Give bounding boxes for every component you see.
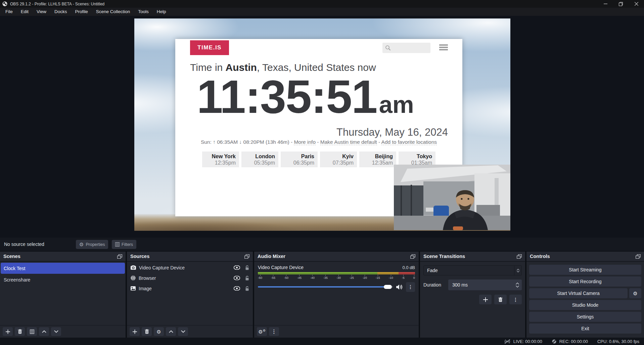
preview-area[interactable]: TIME.IS Time in Austin, Texas, United St…	[0, 16, 644, 238]
popout-icon[interactable]	[636, 254, 641, 259]
mixer-menu-button[interactable]: ⋮	[269, 327, 279, 336]
source-context-bar: No source selected ⚙ Properties Filters	[0, 238, 644, 251]
settings-button[interactable]: Settings	[529, 312, 641, 322]
start-recording-button[interactable]: Start Recording	[529, 276, 641, 287]
popout-icon[interactable]	[244, 254, 249, 259]
add-scene-button[interactable]	[3, 327, 13, 336]
menu-item[interactable]: Docks	[50, 8, 71, 16]
move-source-down-button[interactable]	[178, 327, 188, 336]
separator: -	[289, 139, 294, 145]
source-item[interactable]: Video Capture Device	[127, 262, 253, 273]
scene-transitions-body: Fade Duration 300 ms	[420, 262, 525, 338]
menu-item[interactable]: File	[1, 8, 17, 16]
volume-slider[interactable]	[258, 286, 393, 288]
channel-menu-button[interactable]: ⋮	[406, 282, 415, 292]
exit-button[interactable]: Exit	[529, 324, 641, 334]
plus-icon	[483, 297, 488, 302]
timeis-search-box	[382, 43, 430, 53]
audio-mixer-title: Audio Mixer	[258, 254, 285, 259]
combo-arrows[interactable]	[514, 266, 521, 275]
menu-item[interactable]: Tools	[134, 8, 153, 16]
chevron-up-icon	[516, 283, 519, 285]
city-time: 05:35pm	[241, 160, 275, 166]
start-virtual-camera-button[interactable]: Start Virtual Camera	[529, 288, 628, 298]
separator: -	[316, 139, 320, 145]
cpu-fps-status: CPU: 0.6%, 30.00 fps	[597, 339, 639, 344]
visibility-eye-icon[interactable]	[234, 286, 240, 291]
move-scene-up-button[interactable]	[39, 327, 49, 336]
studio-mode-button[interactable]: Studio Mode	[529, 300, 641, 310]
timeis-logo: TIME.IS	[190, 40, 229, 55]
audio-mixer-body: Video Capture Device 0.0 dB -60-55-50-45…	[254, 262, 419, 325]
meter-tick-label: -60	[258, 275, 262, 279]
source-label: Video Capture Device	[139, 265, 185, 270]
webcam-video-source	[394, 165, 510, 230]
visibility-eye-icon[interactable]	[234, 276, 240, 280]
scene-transitions-title: Scene Transitions	[423, 254, 465, 259]
volume-slider-fill	[258, 286, 388, 288]
source-item[interactable]: Browser	[127, 273, 253, 283]
program-canvas[interactable]: TIME.IS Time in Austin, Texas, United St…	[134, 18, 510, 231]
add-source-button[interactable]	[130, 327, 140, 336]
duration-arrows[interactable]	[516, 279, 519, 290]
city-time: 06:35pm	[281, 160, 314, 166]
scenes-panel: Scenes Clock Test Screenshare	[0, 252, 126, 338]
menu-bar: FileEditViewDocksProfileScene Collection…	[0, 8, 644, 16]
add-transition-button[interactable]	[479, 295, 492, 304]
menu-item[interactable]: Profile	[71, 8, 92, 16]
duration-spinbox[interactable]: 300 ms	[448, 279, 522, 290]
start-streaming-button[interactable]: Start Streaming	[529, 265, 641, 275]
remove-source-button[interactable]	[142, 327, 152, 336]
popout-icon[interactable]	[410, 254, 415, 259]
menu-item[interactable]: Edit	[17, 8, 33, 16]
move-scene-down-button[interactable]	[51, 327, 61, 336]
obs-main-window: OBS 29.1.2 - Profile: LLHLS BETA - Scene…	[0, 0, 644, 345]
virtual-camera-settings-button[interactable]: ⚙	[629, 288, 641, 298]
sun-times: Sun: ↑ 06:35AM ↓ 08:20PM (13h 46m)	[201, 139, 289, 145]
filters-button[interactable]: Filters	[112, 240, 136, 249]
visibility-eye-icon[interactable]	[234, 265, 240, 270]
advanced-audio-button[interactable]: ⚙⚙	[257, 327, 267, 336]
duration-label: Duration	[423, 282, 448, 288]
menu-item[interactable]: Scene Collection	[92, 8, 134, 16]
meter-tick-label: -45	[297, 275, 302, 279]
city-tile: Paris 06:35pm	[281, 152, 318, 167]
volume-slider-handle[interactable]	[384, 285, 392, 289]
transition-select[interactable]: Fade	[423, 265, 522, 275]
scene-item[interactable]: Screenshare	[1, 274, 125, 285]
gear-icon: ⚙	[156, 329, 161, 334]
source-item[interactable]: Image	[127, 283, 253, 294]
properties-button[interactable]: ⚙ Properties	[76, 240, 108, 249]
chevron-down-icon	[517, 271, 519, 272]
dock-area: Scenes Clock Test Screenshare	[0, 251, 644, 338]
remove-scene-button[interactable]	[15, 327, 25, 336]
remove-transition-button[interactable]	[494, 295, 507, 304]
speaker-icon[interactable]	[396, 284, 403, 290]
lock-icon[interactable]	[245, 286, 249, 291]
city-time: 07:35pm	[320, 160, 354, 166]
scene-filters-button[interactable]	[27, 327, 37, 336]
city-name: Kyiv	[320, 153, 354, 160]
timeis-link: Make Austin time default	[320, 139, 377, 145]
controls-header: Controls	[526, 252, 644, 262]
timeis-clock: 11:35:51am	[197, 73, 414, 120]
popout-icon[interactable]	[117, 254, 122, 259]
channel-name: Video Capture Device	[258, 265, 304, 270]
duration-value: 300 ms	[448, 279, 522, 290]
restore-button[interactable]	[613, 0, 629, 8]
close-button[interactable]	[629, 0, 644, 8]
transition-menu-button[interactable]: ⋮	[509, 295, 522, 304]
source-properties-button[interactable]: ⚙	[154, 327, 164, 336]
lock-icon[interactable]	[245, 276, 249, 281]
menu-item[interactable]: View	[33, 8, 50, 16]
lock-icon[interactable]	[245, 265, 249, 270]
menu-item[interactable]: Help	[153, 8, 170, 16]
city-tile: New York 12:35pm	[202, 152, 239, 167]
popout-icon[interactable]	[517, 254, 522, 259]
minimize-button[interactable]	[598, 0, 613, 8]
move-source-up-button[interactable]	[166, 327, 176, 336]
scene-item[interactable]: Clock Test	[1, 263, 125, 274]
separator: -	[377, 139, 381, 145]
meter-tick-label: -10	[389, 275, 393, 279]
status-bar: LIVE: 00:00:00 REC: 00:00:00 CPU: 0.6%, …	[0, 338, 644, 345]
